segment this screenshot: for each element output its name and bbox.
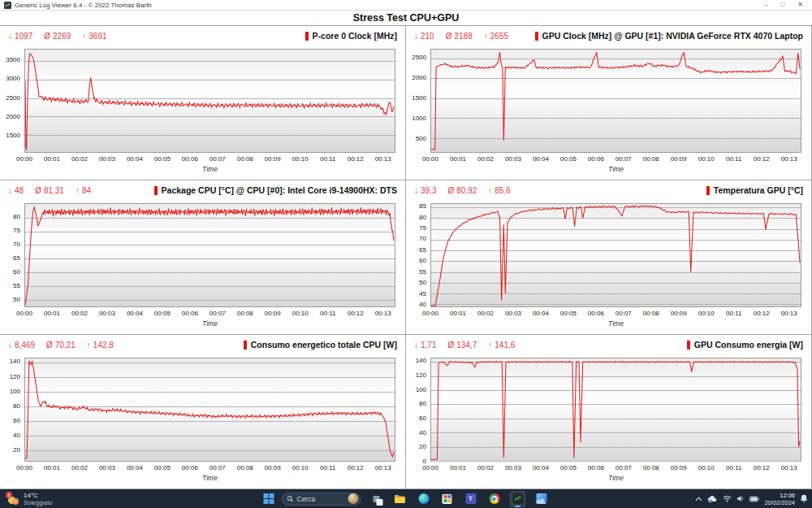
taskbar-app-office[interactable] — [439, 491, 456, 507]
hidden-icons-chevron-icon[interactable] — [695, 497, 702, 501]
x-tick-label: 00:06 — [182, 310, 198, 317]
x-tick-label: 00:09 — [265, 464, 281, 471]
x-tick-label: 00:00 — [16, 310, 32, 317]
search-input[interactable] — [297, 495, 345, 503]
notification-bell-icon[interactable] — [800, 494, 808, 503]
x-tick-label: 00:03 — [99, 464, 115, 471]
wifi-icon[interactable] — [723, 495, 732, 502]
x-tick-label: 00:08 — [643, 310, 659, 317]
y-tick-label: 50 — [419, 280, 426, 286]
y-tick-label: 20 — [13, 447, 20, 454]
x-tick-label: 00:03 — [99, 310, 115, 317]
max-arrow-icon: ↑ — [76, 186, 80, 195]
taskbar-clock[interactable]: 12:06 20/02/2024 — [764, 492, 795, 506]
y-tick-label: 2000 — [412, 75, 426, 81]
taskbar-app-photos[interactable] — [533, 491, 550, 507]
grid-line — [431, 461, 801, 462]
search-bar[interactable] — [282, 493, 361, 506]
weather-widget[interactable]: 1 14°C Soleggiato — [6, 489, 52, 508]
y-tick-label: 500 — [416, 136, 426, 142]
y-axis-labels: 15002000250030003500 — [0, 49, 23, 153]
y-tick-label: 40 — [419, 430, 426, 436]
plot-area — [24, 203, 395, 307]
battery-icon[interactable] — [749, 496, 759, 502]
x-tick-label: 00:11 — [726, 464, 741, 471]
taskbar-app-teams[interactable]: T — [463, 491, 479, 507]
page-title: Stress Test CPU+GPU — [0, 11, 812, 26]
edge-icon — [418, 493, 429, 504]
taskbar-app-chrome[interactable] — [486, 491, 503, 507]
max-arrow-icon: ↑ — [488, 341, 492, 350]
x-tick-label: 00:02 — [71, 310, 88, 317]
x-tick-label: 00:10 — [698, 464, 715, 471]
max-arrow-icon: ↑ — [488, 186, 492, 195]
taskbar-app-log-viewer[interactable] — [510, 491, 526, 507]
photos-icon — [536, 493, 546, 504]
x-tick-label: 00:11 — [320, 464, 335, 471]
x-tick-label: 00:05 — [154, 310, 171, 317]
data-series-line — [431, 206, 800, 306]
taskbar-app-file-explorer[interactable] — [392, 491, 408, 507]
y-tick-label: 80 — [419, 215, 426, 221]
start-button[interactable] — [263, 493, 274, 505]
stat-avg: Ø70,21 — [46, 341, 76, 350]
x-tick-label: 00:05 — [560, 155, 577, 163]
chart-stats: ↓48 Ø81,31 ↑84 — [8, 186, 91, 195]
taskbar: 1 14°C Soleggiato T — [0, 489, 812, 508]
weather-condition: Soleggiato — [24, 499, 52, 506]
x-tick-label: 00:13 — [781, 464, 797, 471]
stat-max: ↑84 — [76, 186, 91, 195]
taskbar-app-task-view[interactable] — [369, 491, 385, 507]
min-arrow-icon: ↓ — [8, 32, 12, 41]
y-tick-label: 100 — [10, 389, 20, 395]
maximize-button[interactable]: □ — [780, 0, 784, 10]
x-tick-label: 00:08 — [643, 155, 659, 163]
y-tick-label: 100 — [416, 387, 426, 393]
y-tick-label: 2500 — [6, 95, 20, 102]
chart-title: Consumo energetico totale CPU [W] — [251, 340, 397, 350]
x-axis-labels: 00:0000:0100:0200:0300:0400:0500:0600:07… — [430, 464, 801, 472]
x-tick-label: 00:02 — [477, 310, 494, 317]
x-tick-label: 00:08 — [237, 464, 253, 471]
onedrive-cloud-icon[interactable] — [707, 495, 718, 503]
volume-icon[interactable] — [736, 495, 745, 502]
taskbar-app-edge[interactable] — [416, 491, 432, 507]
chart-title: Temperatura GPU [°C] — [714, 185, 803, 195]
minimize-button[interactable]: – — [764, 0, 767, 10]
y-axis-labels: 40455055606570758085 — [406, 203, 429, 307]
y-tick-label: 60 — [13, 269, 20, 276]
min-arrow-icon: ↓ — [8, 341, 12, 350]
search-icon — [287, 496, 294, 502]
y-tick-label: 65 — [13, 255, 20, 262]
close-button[interactable]: ✕ — [797, 0, 803, 10]
stat-avg: Ø2269 — [44, 32, 71, 41]
y-tick-label: 80 — [419, 401, 426, 407]
chart-legend: Package CPU [°C] @ CPU [#0]: Intel Core … — [154, 185, 397, 195]
x-axis-title: Time — [24, 474, 395, 482]
window-controls: – □ ✕ — [764, 0, 808, 10]
avg-icon: Ø — [46, 341, 53, 350]
max-arrow-icon: ↑ — [82, 32, 86, 41]
x-tick-label: 00:00 — [422, 155, 438, 163]
chart-panel-pcore-clock: ↓1097 Ø2269 ↑3691 P-core 0 Clock [MHz] 1… — [0, 26, 406, 180]
x-tick-label: 00:07 — [209, 155, 226, 163]
x-tick-label: 00:11 — [726, 310, 741, 317]
x-tick-label: 00:12 — [754, 155, 770, 163]
x-tick-label: 00:09 — [671, 464, 687, 471]
x-tick-label: 00:12 — [348, 310, 364, 317]
x-tick-label: 00:04 — [533, 464, 549, 471]
x-axis-title: Time — [24, 319, 395, 328]
chart-legend: GPU Consumo energia [W] — [687, 340, 803, 350]
x-tick-label: 00:05 — [154, 155, 171, 163]
x-tick-label: 00:04 — [127, 310, 143, 317]
chart-panel-cpu-power: ↓8,469 Ø70,21 ↑142,8 Consumo energetico … — [0, 335, 406, 489]
x-tick-label: 00:11 — [320, 310, 335, 317]
legend-color-bar — [535, 32, 538, 41]
x-tick-label: 00:07 — [615, 464, 632, 471]
y-tick-label: 70 — [419, 236, 426, 242]
x-tick-label: 00:05 — [560, 464, 577, 471]
x-tick-label: 00:07 — [209, 310, 226, 317]
x-axis-title: Time — [24, 165, 395, 173]
stat-avg: Ø2188 — [446, 32, 473, 41]
chart-legend: Temperatura GPU [°C] — [706, 185, 803, 195]
